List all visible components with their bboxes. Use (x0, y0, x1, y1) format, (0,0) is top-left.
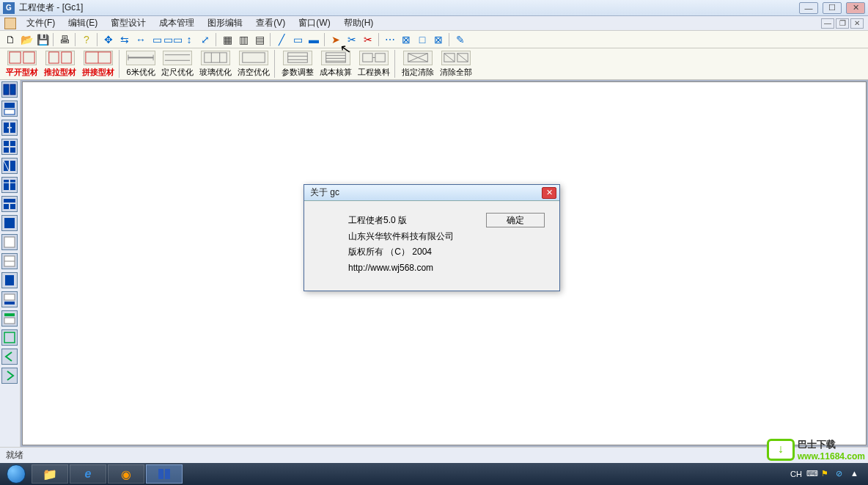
label-delsel: 指定清除 (402, 67, 434, 78)
side-arrow-right-icon[interactable] (1, 368, 18, 384)
side-single-icon[interactable] (1, 215, 18, 231)
btn-delsel[interactable]: 指定清除 (399, 49, 437, 79)
btn-convert[interactable]: 工程换料 (355, 49, 393, 79)
side-blank1-icon[interactable] (1, 234, 18, 250)
fillrect-icon[interactable]: ▬ (306, 32, 321, 47)
keyboard-icon[interactable]: ⌨ (806, 469, 817, 479)
scissors2-icon[interactable]: ✂ (361, 32, 375, 47)
side-blank2-icon[interactable] (1, 253, 18, 269)
task-current-app[interactable] (146, 464, 183, 484)
mdi-doc-icon[interactable] (4, 18, 16, 29)
btn-6m-opt[interactable]: 6米优化 (123, 49, 158, 79)
mdi-close[interactable]: ✕ (850, 18, 864, 29)
menu-cost[interactable]: 成本管理 (153, 16, 200, 30)
tool-move-icon[interactable]: ✥ (101, 32, 116, 47)
menu-edit[interactable]: 编辑(E) (62, 16, 103, 30)
svg-rect-14 (243, 53, 265, 62)
square-icon[interactable]: □ (415, 32, 430, 47)
taskbar: 📁 e ◉ CH ⌨ ⚑ ⊘ ▲ (0, 463, 868, 485)
menu-window-design[interactable]: 窗型设计 (105, 16, 152, 30)
side-bluesingle-icon[interactable] (1, 272, 18, 288)
line-icon[interactable]: ╱ (274, 32, 289, 47)
task-ie[interactable]: e (70, 464, 106, 484)
menu-window[interactable]: 窗口(W) (293, 16, 336, 30)
cross-square-icon[interactable]: ⊠ (431, 32, 446, 47)
side-stripe-icon[interactable] (1, 177, 18, 193)
btn-pingkai[interactable]: 平开型材 (3, 49, 41, 79)
tool-vsize-icon[interactable]: ↕ (182, 32, 196, 47)
side-double-window-icon[interactable] (1, 81, 18, 98)
svg-rect-22 (363, 54, 372, 62)
print-icon[interactable]: 🖶 (57, 32, 72, 47)
new-file-icon[interactable]: 🗋 (3, 32, 18, 47)
help-icon[interactable]: ? (79, 32, 94, 47)
btn-cost[interactable]: 成本核算 (317, 49, 355, 79)
svg-rect-52 (4, 218, 15, 228)
chevron-up-icon[interactable]: ▲ (850, 469, 861, 479)
btn-empty-opt[interactable]: 清空优化 (235, 49, 273, 79)
side-threefour-icon[interactable] (1, 196, 18, 212)
maximize-button[interactable]: ☐ (823, 2, 842, 14)
eraser-icon[interactable]: ✎ (453, 32, 468, 47)
svg-rect-31 (4, 84, 9, 95)
task-explorer[interactable]: 📁 (32, 464, 68, 484)
about-close-button[interactable]: ✕ (542, 187, 556, 199)
menu-view[interactable]: 查看(V) (250, 16, 291, 30)
btn-pinjie[interactable]: 拼接型材 (79, 49, 117, 79)
svg-rect-3 (62, 52, 71, 63)
minimize-button[interactable]: — (799, 2, 818, 14)
menu-graphic-edit[interactable]: 图形编辑 (202, 16, 249, 30)
shield-icon[interactable]: ⊘ (836, 469, 846, 479)
side-arrow-left-icon[interactable] (1, 349, 18, 365)
rect-icon[interactable]: ▭ (290, 32, 305, 47)
btn-tuila[interactable]: 推拉型材 (41, 49, 79, 79)
btn-fixed-opt[interactable]: 定尺优化 (158, 49, 196, 79)
btn-delall[interactable]: 清除全部 (437, 49, 475, 79)
svg-line-30 (457, 54, 468, 62)
flag-icon[interactable]: ⚑ (821, 469, 831, 479)
menu-help[interactable]: 帮助(H) (338, 16, 380, 30)
svg-point-37 (7, 127, 9, 128)
mdi-restore[interactable]: ❐ (836, 18, 849, 29)
scissors1-icon[interactable]: ✂ (345, 32, 359, 47)
param-icon (283, 51, 312, 65)
close-button[interactable]: ✕ (846, 2, 865, 14)
side-bottomblue-icon[interactable] (1, 291, 18, 307)
tool-both-icon[interactable]: ⤢ (198, 32, 213, 47)
grid3-icon[interactable]: ▤ (252, 32, 267, 47)
window-title: 工程使者 - [Gc1] (19, 1, 799, 14)
grid1-icon[interactable]: ▦ (220, 32, 235, 47)
btn-glass-opt[interactable]: 玻璃优化 (196, 49, 235, 79)
mdi-minimize[interactable]: — (821, 18, 834, 29)
task-mediaplayer[interactable]: ◉ (108, 464, 144, 484)
diag-cross-icon[interactable]: ⊠ (399, 32, 413, 47)
tool-hsplit-icon[interactable]: ⇆ (117, 32, 132, 47)
tool-doublebar-icon[interactable]: ▭▭ (166, 32, 180, 47)
side-topbottom-icon[interactable] (1, 101, 18, 117)
tool-expandh-icon[interactable]: ↔ (133, 32, 148, 47)
side-emptywin-icon[interactable] (1, 329, 18, 346)
svg-rect-11 (205, 53, 227, 62)
label-empty: 清空优化 (238, 67, 270, 78)
save-file-icon[interactable]: 💾 (35, 32, 50, 47)
arrow-r-icon[interactable]: ➤ (328, 32, 343, 47)
grid2-icon[interactable]: ▥ (236, 32, 251, 47)
side-doors-icon[interactable] (1, 120, 18, 136)
btn-param[interactable]: 参数调整 (279, 49, 317, 79)
toolbar-large: 平开型材 推拉型材 拼接型材 6米优化 定尺优化 玻璃优化 清空优化 (0, 48, 868, 80)
about-titlebar[interactable]: 关于 gc ✕ (304, 185, 559, 201)
svg-rect-1 (23, 52, 34, 63)
ime-indicator[interactable]: CH (790, 470, 802, 478)
dashed-icon[interactable]: ⋯ (383, 32, 397, 47)
start-button[interactable] (1, 464, 31, 484)
svg-rect-62 (158, 469, 163, 479)
menu-file[interactable]: 文件(F) (21, 16, 61, 30)
tool-bar-icon[interactable]: ▭ (150, 32, 164, 47)
open-file-icon[interactable]: 📂 (19, 32, 34, 47)
side-diag-icon[interactable] (1, 158, 18, 174)
svg-rect-32 (10, 84, 15, 95)
about-ok-button[interactable]: 确定 (486, 213, 545, 227)
side-topgreen-icon[interactable] (1, 310, 18, 327)
side-fourpane-icon[interactable] (1, 139, 18, 155)
label-glass: 玻璃优化 (199, 67, 232, 78)
